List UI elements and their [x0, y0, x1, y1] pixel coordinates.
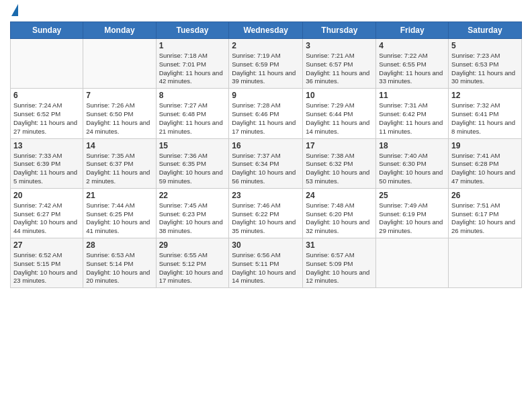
- day-number: 4: [379, 41, 445, 50]
- calendar-cell: 5Sunrise: 7:23 AM Sunset: 6:53 PM Daylig…: [449, 39, 522, 89]
- day-number: 30: [232, 240, 300, 250]
- calendar-cell: 28Sunrise: 6:53 AM Sunset: 5:14 PM Dayli…: [83, 238, 156, 288]
- day-number: 20: [13, 191, 80, 200]
- day-info: Sunrise: 7:24 AM Sunset: 6:52 PM Dayligh…: [13, 101, 80, 136]
- day-number: 24: [306, 191, 373, 200]
- day-info: Sunrise: 7:38 AM Sunset: 6:32 PM Dayligh…: [306, 152, 373, 186]
- day-number: 8: [159, 91, 226, 100]
- day-header-thursday: Thursday: [303, 22, 376, 39]
- calendar-cell: 19Sunrise: 7:41 AM Sunset: 6:28 PM Dayli…: [449, 138, 522, 188]
- day-number: 13: [13, 141, 80, 150]
- day-info: Sunrise: 7:22 AM Sunset: 6:55 PM Dayligh…: [379, 52, 445, 86]
- day-number: 22: [159, 191, 226, 200]
- calendar-cell: [449, 238, 522, 288]
- day-header-sunday: Sunday: [11, 22, 83, 39]
- day-info: Sunrise: 7:42 AM Sunset: 6:27 PM Dayligh…: [13, 201, 80, 236]
- day-number: 26: [451, 191, 519, 200]
- calendar-cell: 13Sunrise: 7:33 AM Sunset: 6:39 PM Dayli…: [11, 138, 83, 188]
- calendar-cell: 2Sunrise: 7:19 AM Sunset: 6:59 PM Daylig…: [229, 39, 303, 89]
- calendar-cell: 9Sunrise: 7:28 AM Sunset: 6:46 PM Daylig…: [229, 89, 303, 138]
- day-number: 6: [13, 91, 80, 100]
- calendar-cell: 18Sunrise: 7:40 AM Sunset: 6:30 PM Dayli…: [376, 138, 449, 188]
- day-info: Sunrise: 7:18 AM Sunset: 7:01 PM Dayligh…: [159, 52, 226, 86]
- calendar-cell: 7Sunrise: 7:26 AM Sunset: 6:50 PM Daylig…: [83, 89, 156, 138]
- day-info: Sunrise: 7:32 AM Sunset: 6:41 PM Dayligh…: [451, 101, 519, 136]
- day-header-wednesday: Wednesday: [229, 22, 303, 39]
- day-info: Sunrise: 7:27 AM Sunset: 6:48 PM Dayligh…: [159, 101, 226, 136]
- day-info: Sunrise: 7:28 AM Sunset: 6:46 PM Dayligh…: [232, 101, 300, 136]
- day-info: Sunrise: 7:31 AM Sunset: 6:42 PM Dayligh…: [379, 101, 445, 136]
- calendar-cell: 1Sunrise: 7:18 AM Sunset: 7:01 PM Daylig…: [156, 39, 229, 89]
- logo: [10, 7, 18, 16]
- day-info: Sunrise: 7:29 AM Sunset: 6:44 PM Dayligh…: [306, 101, 373, 136]
- calendar-table: SundayMondayTuesdayWednesdayThursdayFrid…: [10, 21, 522, 288]
- day-number: 11: [379, 91, 445, 100]
- day-header-saturday: Saturday: [449, 22, 522, 39]
- day-info: Sunrise: 7:33 AM Sunset: 6:39 PM Dayligh…: [13, 152, 80, 186]
- day-info: Sunrise: 7:35 AM Sunset: 6:37 PM Dayligh…: [86, 152, 152, 186]
- day-info: Sunrise: 7:51 AM Sunset: 6:17 PM Dayligh…: [451, 201, 519, 236]
- day-info: Sunrise: 6:52 AM Sunset: 5:15 PM Dayligh…: [13, 251, 80, 285]
- calendar-cell: 29Sunrise: 6:55 AM Sunset: 5:12 PM Dayli…: [156, 238, 229, 288]
- calendar-cell: 15Sunrise: 7:36 AM Sunset: 6:35 PM Dayli…: [156, 138, 229, 188]
- day-header-tuesday: Tuesday: [156, 22, 229, 39]
- calendar-cell: 17Sunrise: 7:38 AM Sunset: 6:32 PM Dayli…: [303, 138, 376, 188]
- day-info: Sunrise: 7:40 AM Sunset: 6:30 PM Dayligh…: [379, 152, 445, 186]
- calendar-cell: 23Sunrise: 7:46 AM Sunset: 6:22 PM Dayli…: [229, 188, 303, 238]
- day-number: 18: [379, 141, 445, 150]
- day-number: 3: [306, 41, 373, 50]
- day-info: Sunrise: 7:45 AM Sunset: 6:23 PM Dayligh…: [159, 201, 226, 236]
- header: [10, 7, 522, 16]
- calendar-cell: 10Sunrise: 7:29 AM Sunset: 6:44 PM Dayli…: [303, 89, 376, 138]
- day-info: Sunrise: 6:53 AM Sunset: 5:14 PM Dayligh…: [86, 251, 152, 285]
- calendar-cell: 26Sunrise: 7:51 AM Sunset: 6:17 PM Dayli…: [449, 188, 522, 238]
- calendar-week-3: 13Sunrise: 7:33 AM Sunset: 6:39 PM Dayli…: [11, 138, 522, 188]
- day-info: Sunrise: 7:46 AM Sunset: 6:22 PM Dayligh…: [232, 201, 300, 236]
- day-info: Sunrise: 7:37 AM Sunset: 6:34 PM Dayligh…: [232, 152, 300, 186]
- calendar-cell: 21Sunrise: 7:44 AM Sunset: 6:25 PM Dayli…: [83, 188, 156, 238]
- day-number: 17: [306, 141, 373, 150]
- calendar-week-5: 27Sunrise: 6:52 AM Sunset: 5:15 PM Dayli…: [11, 238, 522, 288]
- day-number: 5: [451, 41, 519, 50]
- day-number: 23: [232, 191, 300, 200]
- day-number: 25: [379, 191, 445, 200]
- calendar-cell: 25Sunrise: 7:49 AM Sunset: 6:19 PM Dayli…: [376, 188, 449, 238]
- calendar-cell: [11, 39, 83, 89]
- day-info: Sunrise: 6:57 AM Sunset: 5:09 PM Dayligh…: [306, 251, 373, 285]
- calendar-cell: 22Sunrise: 7:45 AM Sunset: 6:23 PM Dayli…: [156, 188, 229, 238]
- day-info: Sunrise: 6:56 AM Sunset: 5:11 PM Dayligh…: [232, 251, 300, 285]
- day-info: Sunrise: 7:21 AM Sunset: 6:57 PM Dayligh…: [306, 52, 373, 86]
- day-number: 9: [232, 91, 300, 100]
- day-number: 21: [86, 191, 152, 200]
- calendar-week-4: 20Sunrise: 7:42 AM Sunset: 6:27 PM Dayli…: [11, 188, 522, 238]
- day-info: Sunrise: 7:19 AM Sunset: 6:59 PM Dayligh…: [232, 52, 300, 86]
- day-number: 15: [159, 141, 226, 150]
- day-number: 1: [159, 41, 226, 50]
- calendar-cell: [83, 39, 156, 89]
- day-info: Sunrise: 7:26 AM Sunset: 6:50 PM Dayligh…: [86, 101, 152, 136]
- calendar-cell: 12Sunrise: 7:32 AM Sunset: 6:41 PM Dayli…: [449, 89, 522, 138]
- calendar-cell: 4Sunrise: 7:22 AM Sunset: 6:55 PM Daylig…: [376, 39, 449, 89]
- day-info: Sunrise: 7:41 AM Sunset: 6:28 PM Dayligh…: [451, 152, 519, 186]
- day-info: Sunrise: 7:48 AM Sunset: 6:20 PM Dayligh…: [306, 201, 373, 236]
- day-number: 7: [86, 91, 152, 100]
- day-info: Sunrise: 6:55 AM Sunset: 5:12 PM Dayligh…: [159, 251, 226, 285]
- calendar-cell: 16Sunrise: 7:37 AM Sunset: 6:34 PM Dayli…: [229, 138, 303, 188]
- day-number: 19: [451, 141, 519, 150]
- day-number: 12: [451, 91, 519, 100]
- day-number: 31: [306, 240, 373, 250]
- calendar-cell: 3Sunrise: 7:21 AM Sunset: 6:57 PM Daylig…: [303, 39, 376, 89]
- calendar-cell: 30Sunrise: 6:56 AM Sunset: 5:11 PM Dayli…: [229, 238, 303, 288]
- logo-triangle-icon: [11, 4, 18, 16]
- calendar-cell: 24Sunrise: 7:48 AM Sunset: 6:20 PM Dayli…: [303, 188, 376, 238]
- day-info: Sunrise: 7:44 AM Sunset: 6:25 PM Dayligh…: [86, 201, 152, 236]
- day-number: 16: [232, 141, 300, 150]
- day-number: 28: [86, 240, 152, 250]
- calendar-cell: 31Sunrise: 6:57 AM Sunset: 5:09 PM Dayli…: [303, 238, 376, 288]
- calendar-cell: 8Sunrise: 7:27 AM Sunset: 6:48 PM Daylig…: [156, 89, 229, 138]
- calendar-cell: 20Sunrise: 7:42 AM Sunset: 6:27 PM Dayli…: [11, 188, 83, 238]
- calendar-week-1: 1Sunrise: 7:18 AM Sunset: 7:01 PM Daylig…: [11, 39, 522, 89]
- day-info: Sunrise: 7:23 AM Sunset: 6:53 PM Dayligh…: [451, 52, 519, 86]
- calendar-header-row: SundayMondayTuesdayWednesdayThursdayFrid…: [11, 22, 522, 39]
- calendar-cell: 14Sunrise: 7:35 AM Sunset: 6:37 PM Dayli…: [83, 138, 156, 188]
